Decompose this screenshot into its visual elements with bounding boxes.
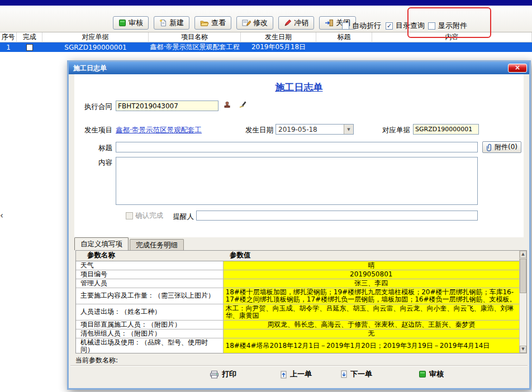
param-name: 项目部直属施工人员：（附图片） [76,320,223,329]
window-titlebar-strip [0,0,532,6]
checkbox-box[interactable] [26,44,33,51]
print-button[interactable]: 打印 [210,369,236,379]
signature-pen-icon[interactable] [239,99,248,108]
contract-input[interactable] [116,101,218,111]
audit-footer-button[interactable]: 审核 [419,369,444,379]
param-row[interactable]: 清包班组人员：（附图片）无 [76,329,519,338]
separator [70,365,528,366]
form-title: 施工日志单 [74,81,524,94]
param-row[interactable]: 天气晴 [76,261,519,270]
tab-task-detail[interactable]: 完成任务明细 [130,239,184,250]
grid-column-header[interactable]: 发生日期 [241,32,316,42]
param-value-header: 参数值 [223,251,519,261]
param-value[interactable]: 周双龙、韩长忠、高海云、于修营、张麦秋、赵边防、王新兴、秦梦贤 [223,320,519,329]
param-row[interactable]: 管理人员张三、李四 [76,279,519,288]
param-name: 主要施工内容及工作量：（需三张以上图片） [76,288,223,304]
contract-label: 执行合同 [74,102,112,112]
reminder-input[interactable] [196,211,478,221]
grid-row[interactable]: 1SGRZD190000001鑫都·帝景示范区景观配套工程2019年05月18日 [0,42,532,52]
param-name: 项目编号 [76,270,223,279]
chevron-down-icon[interactable]: ▼ [344,125,353,134]
param-name: 清包班组人员：（附图片） [76,329,223,338]
row-done-checkbox[interactable] [17,42,42,52]
new-button[interactable]: 新建 [154,16,189,30]
grid-column-header[interactable]: 完成 [17,32,42,42]
form-panel: 施工日志单 执行合同 发生项目 鑫都·帝景示范区景观配套工 发生日期 2019-… [74,74,524,237]
toolbar-button-label: 修改 [253,18,268,28]
tab-custom-fields[interactable]: 自定义填写项 [74,237,129,250]
content-textarea[interactable] [116,157,478,205]
param-row[interactable]: 人员进出场：（姓名工种）木工：向尹贺、向玉成、胡令学、吕延东、胡玉、向云雷、向云… [76,304,519,320]
project-link[interactable]: 鑫都·帝景示范区景观配套工 [116,126,202,135]
project-label: 发生项目 [74,126,112,135]
grid-cell: SGRZD190000001 [42,42,149,52]
current-param-label: 当前参数名称: [75,356,118,365]
param-value[interactable]: 18#楼十层墙板加固，绑扎梁钢筋；19#楼绑扎九层支墙柱模板；20#楼十层绑扎钢… [223,288,519,304]
param-table-body: 天气晴项目编号2019050801管理人员张三、李四主要施工内容及工作量：（需三… [76,261,519,353]
view-button[interactable]: 查看 [194,16,231,30]
next-order-button[interactable]: 下一单 [340,369,372,379]
grid-column-header[interactable]: 标题 [316,32,372,42]
reminder-label: 提醒人 [170,212,194,222]
date-label: 发生日期 [241,126,273,135]
date-combo[interactable]: 2019-05-18 ▼ [276,124,354,135]
doc-label: 对应单据 [378,126,410,135]
checkbox-box[interactable] [126,212,133,219]
content-label: 内容 [97,158,112,168]
confirm-complete-label: 确认完成 [135,211,163,221]
view-icon [200,19,209,27]
print-icon [210,370,219,379]
param-value[interactable]: 2019050801 [223,270,519,279]
title-input[interactable] [116,142,478,152]
footer-button-label: 下一单 [350,369,372,379]
param-value[interactable]: 木工：向尹贺、向玉成、胡令学、吕延东、胡玉、向云雷、向云龙、向小奎、向云飞、康浩… [223,304,519,320]
new-icon [159,19,167,27]
collapse-arrow-icon[interactable]: ‹ [0,212,3,220]
param-name: 天气 [76,261,223,270]
red-annotation-box [407,7,491,38]
prev-icon [280,370,287,379]
audit-button[interactable]: 审核 [113,16,149,30]
param-row[interactable]: 项目部直属施工人员：（附图片）周双龙、韩长忠、高海云、于修营、张麦秋、赵边防、王… [76,320,519,329]
attachment-button-label: 附件(0) [495,142,517,152]
stamp-icon[interactable] [223,100,231,108]
checkbox-box[interactable] [342,22,349,30]
param-name-header: 参数名称 [76,251,223,261]
dialog-titlebar[interactable]: 施工日志单 × [69,62,529,74]
param-row[interactable]: 机械进出场及使用：（品牌、型号、使用时间）18#楼4#塔吊2018年12月1日－… [76,338,519,353]
next-icon [340,370,348,379]
footer-button-label: 打印 [222,369,236,379]
attachment-button[interactable]: 附件(0) [482,141,521,153]
toolbar-button-label: 查看 [211,18,226,28]
auto-wrap-checkbox[interactable]: 自动折行 [342,21,381,31]
param-value[interactable]: 无 [223,329,519,338]
param-value[interactable]: 18#楼4#塔吊2018年12月1日－2019年1月20日；2019年3月19日… [223,338,519,353]
dialog-body: 施工日志单 执行合同 发生项目 鑫都·帝景示范区景观配套工 发生日期 2019-… [69,74,529,388]
doc-input[interactable] [413,124,479,135]
param-row[interactable]: 主要施工内容及工作量：（需三张以上图片）18#楼十层墙板加固，绑扎梁钢筋；19#… [76,288,519,304]
dialog-tabs: 自定义填写项完成任务明细 [74,237,184,250]
confirm-complete-checkbox[interactable]: 确认完成 [126,211,163,221]
grid-cell [316,42,372,52]
param-row[interactable]: 项目编号2019050801 [76,270,519,279]
toolbar-button-label: 冲销 [294,18,308,28]
param-value[interactable]: 晴 [223,261,519,270]
param-table-scrollbar[interactable]: ▲ ▼ [519,251,526,353]
param-value[interactable]: 张三、李四 [223,279,519,288]
modify-button[interactable]: 修改 [236,16,273,30]
footer-button-label: 上一单 [290,369,312,379]
checkbox-box[interactable]: ✓ [386,22,393,30]
grid-column-header[interactable]: 序号 [0,32,17,42]
grid-cell: 鑫都·帝景示范区景观配套工程 [149,42,241,52]
construction-log-dialog: 施工日志单 × 施工日志单 执行合同 发生项目 鑫都·帝景示范区景观配套工 发生… [67,60,531,390]
grid-column-header[interactable]: 对应单据 [42,32,149,42]
prev-order-button[interactable]: 上一单 [280,369,312,379]
scrollbar-thumb[interactable] [520,259,526,293]
dialog-close-button[interactable]: × [508,64,527,73]
writeoff-button[interactable]: 冲销 [278,16,314,30]
scroll-up-icon[interactable]: ▲ [520,251,526,258]
scroll-down-icon[interactable]: ▼ [520,346,526,353]
param-table-header-row: 参数名称 参数值 [76,251,519,261]
grid-cell: 1 [0,42,17,52]
grid-column-header[interactable]: 项目名称 [149,32,241,42]
